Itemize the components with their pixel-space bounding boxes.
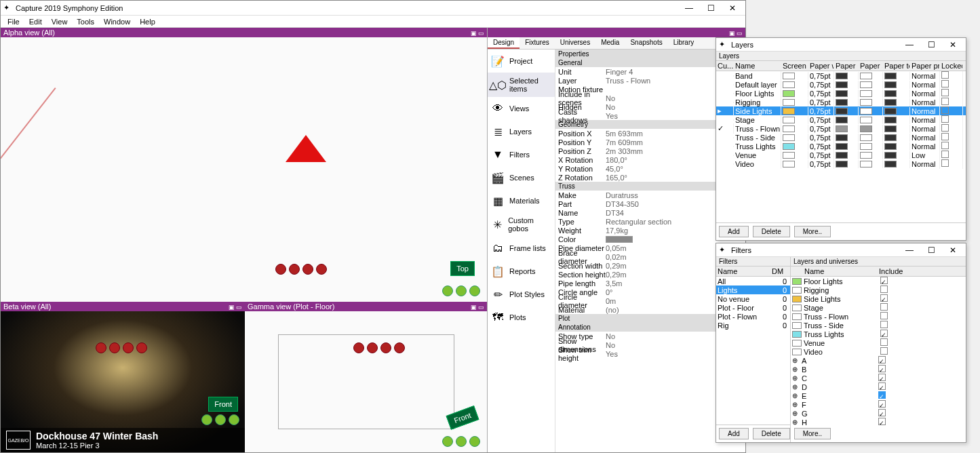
beta-view-badge[interactable]: Front (208, 397, 238, 412)
nav-plots[interactable]: 🗺Plots (488, 306, 555, 329)
layer-row[interactable]: Truss - Side0,75ptNormal (716, 133, 966, 142)
layers-col-header[interactable]: Screen c... (781, 61, 808, 71)
viewport-tool-icon[interactable] (109, 342, 120, 353)
viewport-nav-icon[interactable] (442, 436, 453, 447)
viewport-nav-icon[interactable] (456, 285, 467, 296)
lu-row[interactable]: Rigging (791, 285, 966, 294)
layer-row[interactable]: ▸Side Lights0,75ptNormal (716, 106, 966, 115)
layer-row[interactable]: Truss Lights0,75ptNormal (716, 142, 966, 151)
delete-button[interactable]: Delete (753, 428, 790, 439)
menu-edit[interactable]: Edit (25, 18, 46, 26)
layer-row[interactable]: Floor Lights0,75ptNormal (716, 89, 966, 98)
nav-custom-gobos[interactable]: ✳Custom gobos (488, 212, 555, 237)
viewport-tool-icon[interactable] (136, 342, 147, 353)
viewport-tool-icon[interactable] (380, 342, 391, 353)
layers-col-header[interactable]: Paper w... (808, 61, 834, 71)
layers-tab[interactable]: Layers (716, 52, 966, 61)
nav-filters[interactable]: ▼Filters (488, 143, 555, 166)
nav-scenes[interactable]: 🎬Scenes (488, 166, 555, 189)
minimize-button[interactable]: ― (679, 2, 699, 14)
include-checkbox[interactable] (880, 303, 888, 311)
include-checkbox[interactable] (878, 391, 886, 399)
tab-universes[interactable]: Universes (555, 37, 595, 49)
minimize-button[interactable]: ― (899, 244, 920, 256)
lu-row[interactable]: Truss Lights (791, 330, 966, 338)
include-checkbox[interactable] (878, 418, 886, 425)
gamma-view-header[interactable]: Gamma view (Plot - Floor) ▣▭ (245, 302, 487, 311)
filter-row[interactable]: Plot - Flown0 (716, 312, 790, 321)
filter-row[interactable]: Lights0 (716, 285, 790, 294)
lu-row[interactable]: Stage (791, 303, 966, 312)
menu-tools[interactable]: Tools (73, 18, 98, 26)
filter-row[interactable]: Plot - Floor0 (716, 303, 790, 312)
include-checkbox[interactable] (878, 409, 886, 416)
layer-row[interactable]: Venue0,75ptLow (716, 151, 966, 159)
menu-file[interactable]: File (3, 18, 24, 26)
lu-row[interactable]: ⊕G (791, 409, 966, 418)
tab-media[interactable]: Media (595, 37, 625, 49)
viewport-nav-icon[interactable] (229, 414, 239, 425)
lu-row[interactable]: ⊕H (791, 418, 966, 427)
viewport-tool-icon[interactable] (123, 342, 134, 353)
viewport-nav-icon[interactable] (469, 285, 480, 296)
include-checkbox[interactable] (878, 382, 886, 390)
nav-layers[interactable]: ≣Layers (488, 120, 555, 143)
layers-col-header[interactable]: Paper pr... (910, 61, 940, 71)
restore-icon[interactable]: ▣ (229, 304, 235, 311)
lu-row[interactable]: Video (791, 347, 966, 356)
filter-row[interactable]: Rig0 (716, 321, 790, 330)
lu-col-header[interactable] (791, 267, 803, 276)
nav-reports[interactable]: 📋Reports (488, 260, 555, 283)
lu-row[interactable]: Floor Lights (791, 277, 966, 285)
restore-icon[interactable]: ▣ (471, 30, 477, 37)
close-icon[interactable]: ▭ (236, 304, 242, 311)
menu-help[interactable]: Help (136, 18, 159, 26)
layer-row[interactable]: Video0,75ptNormal (716, 159, 966, 168)
viewport-tool-icon[interactable] (289, 264, 300, 275)
nav-views[interactable]: 👁Views (488, 97, 555, 120)
nav-plot-styles[interactable]: ✏Plot Styles (488, 283, 555, 306)
close-icon[interactable]: ▭ (737, 30, 743, 37)
filter-col-header[interactable]: DM (770, 267, 785, 276)
restore-icon[interactable]: ▣ (729, 30, 735, 37)
viewport-nav-icon[interactable] (456, 436, 467, 447)
more-button[interactable]: More.. (794, 226, 831, 237)
add-button[interactable]: Add (719, 428, 749, 439)
layers-col-header[interactable]: Name (734, 61, 781, 71)
layers-col-header[interactable]: Paper s... (859, 61, 883, 71)
include-checkbox[interactable] (878, 356, 886, 363)
layer-row[interactable]: Stage0,75ptNormal (716, 115, 966, 124)
include-checkbox[interactable] (880, 338, 888, 346)
tab-fixtures[interactable]: Fixtures (520, 37, 555, 49)
close-button[interactable]: ✕ (943, 39, 963, 51)
viewport-tool-icon[interactable] (275, 264, 286, 275)
layer-row[interactable]: Default layer0,75ptNormal (716, 80, 966, 89)
layer-row[interactable]: Rigging0,75ptNormal (716, 98, 966, 106)
layers-universes-list[interactable]: Floor LightsRiggingSide LightsStageTruss… (791, 277, 966, 442)
filter-row[interactable]: All0 (716, 277, 790, 285)
nav-frame-lists[interactable]: 🗂Frame lists (488, 237, 555, 260)
filters-list[interactable]: All0Lights0No venue0Plot - Floor0Plot - … (716, 277, 790, 425)
filter-row[interactable]: No venue0 (716, 294, 790, 303)
minimize-button[interactable]: ― (899, 39, 920, 51)
alpha-view-badge[interactable]: Top (450, 261, 475, 276)
include-checkbox[interactable] (880, 285, 888, 293)
include-checkbox[interactable] (880, 347, 888, 355)
close-button[interactable]: ✕ (943, 244, 963, 256)
lu-col-header[interactable]: Include (878, 267, 912, 276)
viewport-tool-icon[interactable] (394, 342, 405, 353)
lu-row[interactable]: ⊕D (791, 382, 966, 391)
lu-row[interactable]: Side Lights (791, 294, 966, 303)
lu-row[interactable]: Truss - Side (791, 321, 966, 330)
gamma-viewport[interactable]: Gamma view (Plot - Floor) ▣▭ Front (245, 302, 487, 452)
maximize-button[interactable]: ☐ (701, 2, 721, 14)
lu-row[interactable]: ⊕B (791, 365, 966, 374)
viewport-tool-icon[interactable] (316, 264, 327, 275)
include-checkbox[interactable] (878, 400, 886, 408)
alpha-view-header[interactable]: Alpha view (All) ▣▭ (1, 28, 487, 37)
viewport-nav-icon[interactable] (442, 285, 453, 296)
layers-col-header[interactable]: Paper c... (834, 61, 859, 71)
beta-view-header[interactable]: Beta view (All) ▣▭ (1, 302, 245, 311)
include-checkbox[interactable] (880, 277, 888, 284)
filter-col-header[interactable]: Name (716, 267, 770, 276)
